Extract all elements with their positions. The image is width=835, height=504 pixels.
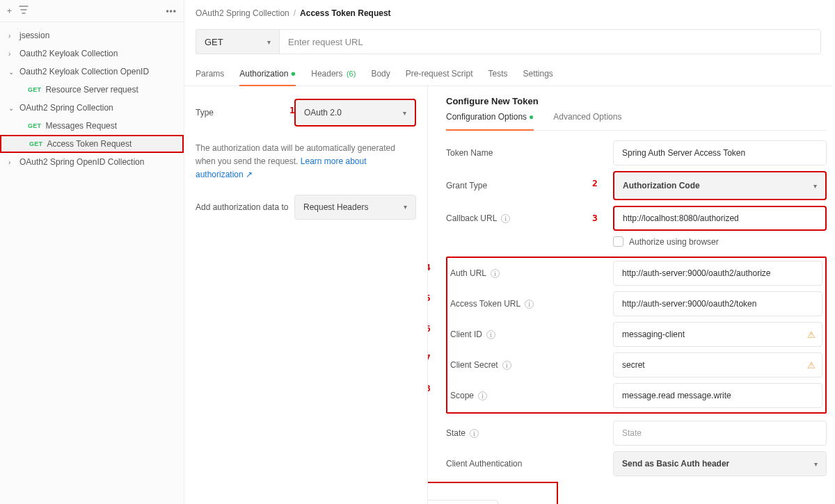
callback-url-input[interactable]: [613, 206, 827, 231]
new-icon[interactable]: +: [7, 6, 12, 16]
add-to-select[interactable]: Request Headers ▾: [294, 195, 416, 220]
field-access-token-url: Access Token URLi: [450, 291, 822, 316]
sidebar-item-label: OAuth2 Spring OpenID Collection: [19, 157, 144, 167]
client-auth-select[interactable]: Send as Basic Auth header ▾: [613, 451, 827, 476]
token-actions-group: 🍪 Clear cookies i Get New Access Token: [428, 482, 558, 504]
authorize-browser-checkbox[interactable]: [613, 236, 623, 247]
type-label: Type: [196, 108, 214, 117]
sidebar-item-resource-server[interactable]: GETResource Server request: [0, 81, 184, 99]
auth-left-panel: Type 1 OAuth 2.0 ▾ The authorization dat…: [184, 86, 428, 504]
info-icon[interactable]: i: [478, 391, 487, 400]
tab-label: Authorization: [239, 69, 288, 79]
breadcrumb-current: Access Token Request: [300, 8, 391, 18]
breadcrumb: OAuth2 Spring Collection / Access Token …: [184, 0, 832, 26]
access-token-url-input[interactable]: [613, 291, 822, 316]
tab-settings[interactable]: Settings: [523, 62, 552, 86]
client-secret-input[interactable]: [613, 352, 822, 377]
sidebar-item-label: OAuth2 Spring Collection: [19, 103, 113, 113]
scope-input[interactable]: [613, 383, 822, 408]
http-method-value: GET: [205, 37, 223, 47]
field-client-id: Client IDi ⚠: [450, 322, 822, 347]
sidebar: + ••• ›jsession ›Oauth2 Keyloak Collecti…: [0, 0, 184, 504]
annotation-2: 2: [592, 178, 598, 188]
subtab-configuration[interactable]: Configuration Options●: [446, 112, 534, 124]
state-input[interactable]: [613, 421, 827, 446]
filter-icon[interactable]: [19, 6, 29, 16]
sidebar-item-access-token-request[interactable]: GETAccess Token Request: [0, 135, 184, 153]
auth-url-input[interactable]: [613, 261, 822, 286]
auth-url-label: Auth URL: [450, 268, 486, 278]
chevron-down-icon: ▾: [404, 203, 407, 211]
breadcrumb-sep: /: [294, 8, 296, 18]
chevron-down-icon: ▾: [813, 182, 817, 190]
info-icon[interactable]: i: [491, 269, 500, 278]
field-state: Statei: [446, 421, 827, 446]
tab-body[interactable]: Body: [371, 62, 390, 86]
chevron-down-icon: ⌄: [8, 104, 17, 112]
tab-params[interactable]: Params: [196, 62, 224, 86]
access-token-url-label: Access Token URL: [450, 299, 520, 309]
client-auth-label: Client Authentication: [446, 459, 613, 469]
breadcrumb-parent[interactable]: OAuth2 Spring Collection: [196, 8, 289, 18]
request-tabs: Params Authorization● Headers (6) Body P…: [184, 61, 832, 86]
method-badge: GET: [28, 86, 41, 93]
sidebar-item-jsession[interactable]: ›jsession: [0, 26, 184, 44]
chevron-right-icon: ›: [8, 50, 17, 58]
info-icon[interactable]: i: [470, 429, 479, 438]
status-dot-icon: ●: [290, 68, 296, 79]
sidebar-item-keycloak[interactable]: ›Oauth2 Keyloak Collection: [0, 44, 184, 63]
highlighted-fields-group: 4 5 6 7 8 Auth URLi Access Token URLi Cl…: [446, 257, 827, 414]
token-name-input[interactable]: [613, 140, 827, 165]
add-to-value: Request Headers: [303, 202, 368, 212]
tab-prerequest[interactable]: Pre-request Script: [406, 62, 473, 86]
tab-tests[interactable]: Tests: [488, 62, 507, 86]
tab-headers[interactable]: Headers (6): [311, 62, 356, 86]
chevron-down-icon: ▾: [403, 109, 406, 117]
subtab-advanced[interactable]: Advanced Options: [553, 112, 621, 124]
info-icon[interactable]: i: [501, 214, 510, 223]
clear-cookies-button[interactable]: 🍪 Clear cookies i: [428, 500, 498, 504]
configure-token-heading: Configure New Token: [446, 96, 827, 106]
field-token-name: Token Name: [446, 140, 827, 165]
more-icon[interactable]: •••: [166, 6, 177, 16]
sidebar-item-oauth2-spring-openid[interactable]: ›OAuth2 Spring OpenID Collection: [0, 153, 184, 171]
info-icon[interactable]: i: [486, 330, 495, 339]
sidebar-item-keycloak-openid[interactable]: ⌄Oauth2 Keyloak Collection OpenID: [0, 63, 184, 81]
authorize-browser-label: Authorize using browser: [629, 237, 719, 247]
sidebar-item-messages-request[interactable]: GETMessages Request: [0, 117, 184, 135]
http-method-select[interactable]: GET ▾: [196, 29, 279, 54]
sidebar-item-label: Messages Request: [45, 121, 117, 131]
annotation-6: 6: [428, 323, 431, 334]
headers-count: (6): [347, 70, 356, 78]
chevron-down-icon: ▾: [267, 38, 271, 46]
tab-authorization[interactable]: Authorization●: [239, 61, 296, 86]
warning-icon: ⚠: [807, 330, 816, 340]
authorize-browser-row[interactable]: Authorize using browser: [613, 236, 827, 247]
client-id-input[interactable]: [613, 322, 822, 347]
field-auth-url: Auth URLi: [450, 261, 822, 286]
sidebar-item-label: Access Token Request: [47, 139, 132, 149]
method-badge: GET: [28, 122, 41, 129]
tab-label: Headers: [311, 69, 342, 79]
token-name-label: Token Name: [446, 148, 613, 158]
request-url-input[interactable]: Enter request URL: [279, 29, 821, 54]
sidebar-item-oauth2-spring[interactable]: ⌄OAuth2 Spring Collection: [0, 99, 184, 117]
field-scope: Scopei: [450, 383, 822, 408]
url-placeholder: Enter request URL: [288, 37, 363, 47]
auth-type-select[interactable]: OAuth 2.0 ▾: [294, 99, 416, 127]
annotation-4: 4: [428, 262, 431, 273]
add-to-label: Add authorization data to: [196, 202, 288, 212]
grant-type-select[interactable]: Authorization Code ▾: [613, 171, 827, 200]
auth-type-value: OAuth 2.0: [304, 108, 342, 117]
annotation-3: 3: [592, 213, 598, 223]
state-label: State: [446, 428, 466, 438]
annotation-7: 7: [428, 352, 431, 363]
info-icon[interactable]: i: [525, 300, 534, 309]
grant-type-label: Grant Type: [446, 181, 613, 190]
scope-label: Scope: [450, 391, 474, 400]
field-grant-type: Grant Type 2 Authorization Code ▾: [446, 171, 827, 200]
annotation-1: 1: [289, 105, 295, 115]
grant-type-value: Authorization Code: [623, 181, 700, 190]
info-icon[interactable]: i: [502, 361, 511, 370]
chevron-right-icon: ›: [8, 32, 17, 40]
